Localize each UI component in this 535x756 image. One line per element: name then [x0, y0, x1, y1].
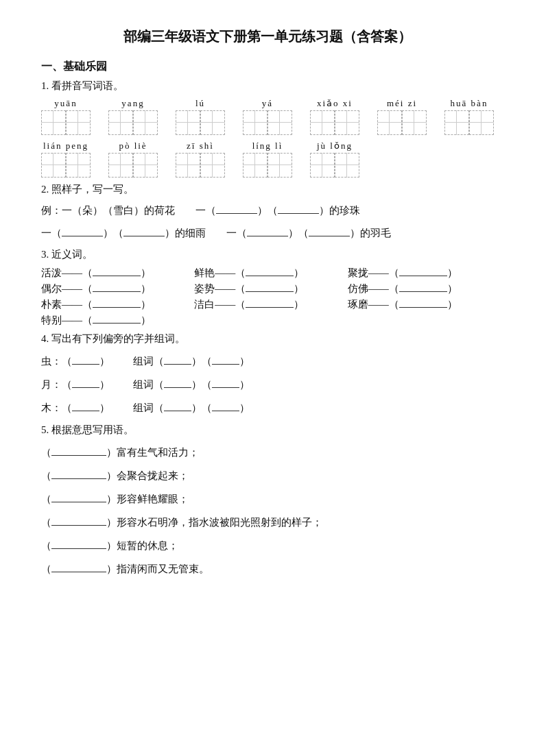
blank-4[interactable] [123, 236, 165, 236]
word-group-9: pò liè [108, 141, 158, 178]
q4-row2: 月：（） 组词（）（） [41, 374, 494, 395]
word-group-12: jù lǒng [310, 141, 359, 178]
q3-row4: 特别——（） [41, 314, 494, 327]
syn-blank[interactable] [93, 323, 141, 324]
syn-blank[interactable] [246, 276, 294, 276]
char-box[interactable] [133, 110, 158, 135]
word-blank[interactable] [212, 364, 239, 365]
q2-row2: 一（）（）的细雨 一（）（）的羽毛 [41, 224, 494, 243]
word-blank[interactable] [164, 411, 191, 411]
char-box[interactable] [335, 153, 359, 178]
q1-row1-pinyins: yuān yang lú y [41, 98, 494, 135]
char-box[interactable] [66, 110, 91, 135]
char-box[interactable] [268, 153, 292, 178]
word-blank[interactable] [212, 387, 239, 388]
word-group-11: líng lì [243, 141, 292, 178]
q5-title: 5. 根据意思写用语。 [41, 424, 494, 437]
word-group-6: méi zi [377, 98, 427, 135]
q3-row2: 偶尔——（） 姿势——（） 仿佛——（） [41, 282, 494, 295]
char-box[interactable] [377, 110, 402, 135]
meaning-blank[interactable] [51, 525, 106, 526]
char-box[interactable] [444, 110, 469, 135]
char-box[interactable] [268, 110, 292, 135]
word-blank[interactable] [212, 411, 239, 411]
word-group-4: yá [243, 98, 292, 135]
q2-example-row: 例：一（朵）（雪白）的荷花 一（）（）的珍珠 [41, 202, 494, 220]
radical-blank[interactable] [72, 411, 99, 411]
syn-blank[interactable] [246, 307, 294, 308]
question-4: 4. 写出有下列偏旁的字并组词。 虫：（） 组词（）（） 月：（） 组词（）（）… [41, 332, 494, 418]
char-box[interactable] [176, 110, 200, 135]
syn-blank[interactable] [399, 291, 447, 292]
char-box[interactable] [469, 110, 494, 135]
char-box[interactable] [200, 110, 225, 135]
meaning-blank[interactable] [51, 478, 106, 479]
q3-title: 3. 近义词。 [41, 248, 494, 261]
word-group-8: lián peng [41, 141, 91, 178]
blank-2[interactable] [278, 213, 319, 214]
question-1: 1. 看拼音写词语。 yuān yang lú [41, 80, 494, 178]
q1-row2-pinyins: lián peng pò liè zī shì [41, 141, 494, 178]
word-group-5: xiǎo xi [310, 98, 359, 135]
q1-title: 1. 看拼音写词语。 [41, 80, 494, 93]
char-box[interactable] [243, 153, 268, 178]
syn-blank[interactable] [93, 291, 141, 292]
char-box[interactable] [66, 153, 91, 178]
char-box[interactable] [41, 110, 66, 135]
word-blank[interactable] [164, 387, 191, 388]
q2-right2: 一（）（）的羽毛 [226, 224, 391, 243]
q2-example: 例：一（朵）（雪白）的荷花 [41, 202, 175, 220]
meaning-blank[interactable] [51, 502, 106, 502]
word-group-1: yuān [41, 98, 91, 135]
char-box[interactable] [41, 153, 66, 178]
blank-6[interactable] [309, 236, 350, 236]
q5-item3: （）形容鲜艳耀眼； [41, 489, 494, 509]
char-box[interactable] [310, 110, 335, 135]
char-box[interactable] [200, 153, 225, 178]
section-1: 一、基础乐园 1. 看拼音写词语。 yuān yang lú [41, 60, 494, 579]
syn-blank[interactable] [93, 307, 141, 308]
q4-row3: 木：（） 组词（）（） [41, 398, 494, 418]
meaning-blank[interactable] [51, 548, 106, 549]
q3-row1: 活泼——（） 鲜艳——（） 聚拢——（） [41, 267, 494, 280]
blank-5[interactable] [247, 236, 288, 236]
page-title: 部编三年级语文下册第一单元练习题（含答案） [41, 27, 494, 46]
q5-item1: （）富有生气和活力； [41, 442, 494, 463]
word-blank[interactable] [164, 364, 191, 365]
syn-blank[interactable] [246, 291, 294, 292]
q5-item2: （）会聚合拢起来； [41, 465, 494, 486]
char-box[interactable] [243, 110, 268, 135]
q5-item6: （）指清闲而又无管束。 [41, 559, 494, 579]
q4-title: 4. 写出有下列偏旁的字并组词。 [41, 332, 494, 345]
syn-blank[interactable] [93, 276, 141, 276]
meaning-blank[interactable] [51, 572, 106, 572]
char-box[interactable] [133, 153, 158, 178]
char-box[interactable] [402, 110, 427, 135]
char-box[interactable] [335, 110, 359, 135]
meaning-blank[interactable] [51, 455, 106, 456]
section-1-title: 一、基础乐园 [41, 60, 494, 74]
blank-3[interactable] [62, 236, 103, 236]
word-group-2: yang [108, 98, 158, 135]
q3-row3: 朴素——（） 洁白——（） 琢磨——（） [41, 298, 494, 311]
question-2: 2. 照样子，写一写。 例：一（朵）（雪白）的荷花 一（）（）的珍珠 一（）（）… [41, 183, 494, 243]
radical-blank[interactable] [72, 364, 99, 365]
radical-blank[interactable] [72, 387, 99, 388]
char-box[interactable] [310, 153, 335, 178]
q2-right1: 一（）（）的珍珠 [195, 202, 360, 220]
q2-title: 2. 照样子，写一写。 [41, 183, 494, 196]
word-group-3: lú [176, 98, 225, 135]
q2-left2: 一（）（）的细雨 [41, 224, 206, 243]
char-box[interactable] [108, 110, 133, 135]
q5-item5: （）短暂的休息； [41, 535, 494, 556]
char-box[interactable] [176, 153, 200, 178]
char-box[interactable] [108, 153, 133, 178]
q4-row1: 虫：（） 组词（）（） [41, 351, 494, 371]
word-group-7: huā bàn [444, 98, 494, 135]
syn-blank[interactable] [399, 307, 447, 308]
word-group-10: zī shì [176, 141, 225, 178]
syn-blank[interactable] [399, 276, 447, 276]
question-3: 3. 近义词。 活泼——（） 鲜艳——（） 聚拢——（） 偶尔——（） 姿势——… [41, 248, 494, 327]
blank-1[interactable] [216, 213, 257, 214]
question-5: 5. 根据意思写用语。 （）富有生气和活力； （）会聚合拢起来； （）形容鲜艳耀… [41, 424, 494, 579]
